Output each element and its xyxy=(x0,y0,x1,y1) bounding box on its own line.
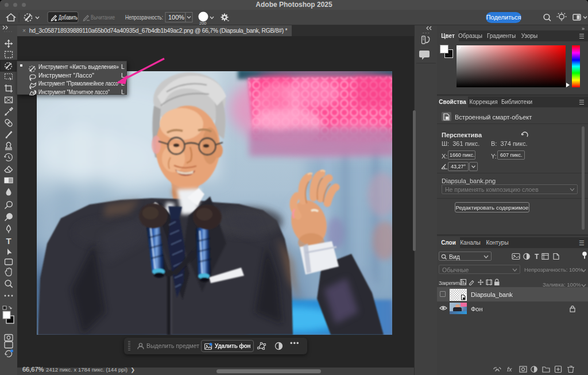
svg-text:T: T xyxy=(6,236,11,246)
svg-text:L: L xyxy=(121,72,125,79)
svg-text:Непрозрачность:: Непрозрачность: xyxy=(125,14,163,21)
svg-text:Добавить: Добавить xyxy=(59,14,78,21)
svg-text:Инструмент "Магнитное лассо": Инструмент "Магнитное лассо" xyxy=(38,88,110,95)
svg-text:200: 200 xyxy=(199,21,207,25)
svg-text:L: L xyxy=(121,88,125,95)
svg-text:T: T xyxy=(535,253,539,261)
svg-text:L: L xyxy=(121,80,125,87)
svg-text:fx: fx xyxy=(507,366,512,373)
svg-text:Инструмент «Кисть выделения»: Инструмент «Кисть выделения» xyxy=(38,63,119,70)
svg-text:L: L xyxy=(121,63,125,70)
svg-text:100%: 100% xyxy=(168,14,184,21)
svg-text:Инструмент "Прямолинейное ласс: Инструмент "Прямолинейное лассо" xyxy=(38,80,120,87)
svg-text:Инструмент "Лассо": Инструмент "Лассо" xyxy=(38,72,94,79)
svg-text:Вычитание: Вычитание xyxy=(91,14,115,21)
